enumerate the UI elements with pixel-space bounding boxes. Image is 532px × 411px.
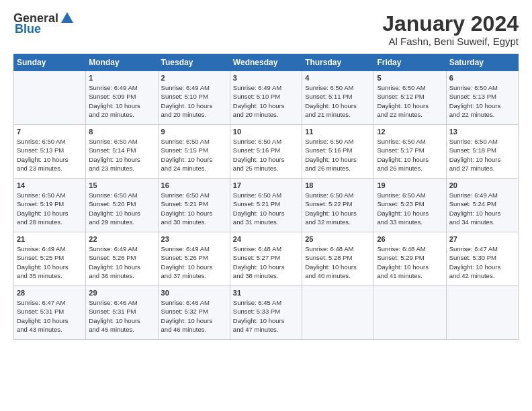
- calendar-week-row: 7 Sunrise: 6:50 AMSunset: 5:13 PMDayligh…: [14, 125, 519, 179]
- day-number: 8: [89, 128, 154, 136]
- table-row: 15 Sunrise: 6:50 AMSunset: 5:20 PMDaylig…: [86, 179, 158, 232]
- table-row: 8 Sunrise: 6:50 AMSunset: 5:14 PMDayligh…: [86, 125, 158, 179]
- calendar-header-row: Sunday Monday Tuesday Wednesday Thursday…: [14, 54, 519, 71]
- day-info: Sunrise: 6:49 AMSunset: 5:26 PMDaylight:…: [161, 244, 227, 280]
- table-row: 13 Sunrise: 6:50 AMSunset: 5:18 PMDaylig…: [446, 125, 518, 179]
- day-number: 17: [233, 181, 299, 189]
- day-info: Sunrise: 6:45 AMSunset: 5:33 PMDaylight:…: [233, 298, 299, 334]
- table-row: 19 Sunrise: 6:50 AMSunset: 5:23 PMDaylig…: [374, 179, 446, 232]
- day-number: 11: [305, 128, 371, 136]
- col-friday: Friday: [374, 54, 446, 71]
- calendar-table: Sunday Monday Tuesday Wednesday Thursday…: [13, 54, 519, 340]
- day-number: 18: [305, 181, 371, 189]
- calendar-week-row: 21 Sunrise: 6:49 AMSunset: 5:25 PMDaylig…: [14, 232, 519, 286]
- day-info: Sunrise: 6:50 AMSunset: 5:23 PMDaylight:…: [377, 191, 443, 226]
- day-number: 25: [305, 235, 371, 243]
- calendar-week-row: 1 Sunrise: 6:49 AMSunset: 5:09 PMDayligh…: [14, 71, 519, 125]
- day-info: Sunrise: 6:50 AMSunset: 5:16 PMDaylight:…: [305, 137, 371, 173]
- logo-blue-text: Blue: [15, 23, 41, 36]
- day-info: Sunrise: 6:50 AMSunset: 5:12 PMDaylight:…: [377, 83, 443, 119]
- table-row: 18 Sunrise: 6:50 AMSunset: 5:22 PMDaylig…: [302, 179, 374, 232]
- col-monday: Monday: [86, 54, 158, 71]
- day-number: 4: [305, 74, 371, 82]
- day-info: Sunrise: 6:50 AMSunset: 5:14 PMDaylight:…: [89, 137, 154, 173]
- table-row: 6 Sunrise: 6:50 AMSunset: 5:13 PMDayligh…: [446, 71, 518, 125]
- day-info: Sunrise: 6:49 AMSunset: 5:10 PMDaylight:…: [233, 83, 299, 119]
- day-number: 21: [17, 235, 83, 243]
- svg-marker-0: [61, 12, 73, 23]
- table-row: [14, 71, 86, 125]
- day-number: 30: [161, 289, 227, 297]
- day-number: 27: [449, 235, 515, 243]
- table-row: 30 Sunrise: 6:46 AMSunset: 5:32 PMDaylig…: [158, 286, 230, 340]
- day-info: Sunrise: 6:50 AMSunset: 5:17 PMDaylight:…: [377, 137, 443, 173]
- header: General Blue January 2024 Al Fashn, Beni…: [13, 12, 519, 47]
- day-number: 29: [89, 289, 154, 297]
- day-info: Sunrise: 6:50 AMSunset: 5:21 PMDaylight:…: [233, 191, 299, 226]
- table-row: 14 Sunrise: 6:50 AMSunset: 5:19 PMDaylig…: [14, 179, 86, 232]
- day-info: Sunrise: 6:50 AMSunset: 5:18 PMDaylight:…: [449, 137, 515, 173]
- day-number: 1: [89, 74, 154, 82]
- table-row: 29 Sunrise: 6:46 AMSunset: 5:31 PMDaylig…: [86, 286, 158, 340]
- table-row: 4 Sunrise: 6:50 AMSunset: 5:11 PMDayligh…: [302, 71, 374, 125]
- day-info: Sunrise: 6:47 AMSunset: 5:31 PMDaylight:…: [17, 298, 83, 334]
- col-sunday: Sunday: [14, 54, 86, 71]
- day-info: Sunrise: 6:48 AMSunset: 5:29 PMDaylight:…: [377, 244, 443, 280]
- table-row: 7 Sunrise: 6:50 AMSunset: 5:13 PMDayligh…: [14, 125, 86, 179]
- page-container: General Blue January 2024 Al Fashn, Beni…: [0, 0, 532, 348]
- day-number: 13: [449, 128, 515, 136]
- location-title: Al Fashn, Beni Suweif, Egypt: [382, 36, 519, 47]
- table-row: 17 Sunrise: 6:50 AMSunset: 5:21 PMDaylig…: [230, 179, 302, 232]
- calendar-week-row: 14 Sunrise: 6:50 AMSunset: 5:19 PMDaylig…: [14, 179, 519, 232]
- day-info: Sunrise: 6:50 AMSunset: 5:19 PMDaylight:…: [17, 191, 83, 226]
- day-info: Sunrise: 6:50 AMSunset: 5:13 PMDaylight:…: [17, 137, 83, 173]
- day-info: Sunrise: 6:50 AMSunset: 5:22 PMDaylight:…: [305, 191, 371, 226]
- day-number: 28: [17, 289, 83, 297]
- table-row: 25 Sunrise: 6:48 AMSunset: 5:28 PMDaylig…: [302, 232, 374, 286]
- col-tuesday: Tuesday: [158, 54, 230, 71]
- day-number: 26: [377, 235, 443, 243]
- day-info: Sunrise: 6:49 AMSunset: 5:26 PMDaylight:…: [89, 244, 154, 280]
- table-row: 20 Sunrise: 6:49 AMSunset: 5:24 PMDaylig…: [446, 179, 518, 232]
- col-saturday: Saturday: [446, 54, 518, 71]
- day-number: 12: [377, 128, 443, 136]
- table-row: [446, 286, 518, 340]
- day-number: 24: [233, 235, 299, 243]
- day-number: 6: [449, 74, 515, 82]
- day-number: 22: [89, 235, 154, 243]
- table-row: 5 Sunrise: 6:50 AMSunset: 5:12 PMDayligh…: [374, 71, 446, 125]
- day-number: 31: [233, 289, 299, 297]
- day-info: Sunrise: 6:47 AMSunset: 5:30 PMDaylight:…: [449, 244, 515, 280]
- table-row: 1 Sunrise: 6:49 AMSunset: 5:09 PMDayligh…: [86, 71, 158, 125]
- day-number: 2: [161, 74, 227, 82]
- day-info: Sunrise: 6:46 AMSunset: 5:31 PMDaylight:…: [89, 298, 154, 334]
- day-info: Sunrise: 6:48 AMSunset: 5:28 PMDaylight:…: [305, 244, 371, 280]
- day-info: Sunrise: 6:50 AMSunset: 5:13 PMDaylight:…: [449, 83, 515, 119]
- table-row: 16 Sunrise: 6:50 AMSunset: 5:21 PMDaylig…: [158, 179, 230, 232]
- day-info: Sunrise: 6:50 AMSunset: 5:11 PMDaylight:…: [305, 83, 371, 119]
- day-info: Sunrise: 6:49 AMSunset: 5:24 PMDaylight:…: [449, 191, 515, 226]
- table-row: 2 Sunrise: 6:49 AMSunset: 5:10 PMDayligh…: [158, 71, 230, 125]
- day-number: 23: [161, 235, 227, 243]
- table-row: 26 Sunrise: 6:48 AMSunset: 5:29 PMDaylig…: [374, 232, 446, 286]
- table-row: [374, 286, 446, 340]
- day-number: 7: [17, 128, 83, 136]
- day-info: Sunrise: 6:49 AMSunset: 5:09 PMDaylight:…: [89, 83, 154, 119]
- table-row: 21 Sunrise: 6:49 AMSunset: 5:25 PMDaylig…: [14, 232, 86, 286]
- day-info: Sunrise: 6:50 AMSunset: 5:15 PMDaylight:…: [161, 137, 227, 173]
- table-row: 22 Sunrise: 6:49 AMSunset: 5:26 PMDaylig…: [86, 232, 158, 286]
- title-block: January 2024 Al Fashn, Beni Suweif, Egyp…: [382, 12, 519, 47]
- day-info: Sunrise: 6:50 AMSunset: 5:21 PMDaylight:…: [161, 191, 227, 226]
- table-row: 11 Sunrise: 6:50 AMSunset: 5:16 PMDaylig…: [302, 125, 374, 179]
- day-number: 16: [161, 181, 227, 189]
- calendar-week-row: 28 Sunrise: 6:47 AMSunset: 5:31 PMDaylig…: [14, 286, 519, 340]
- day-number: 3: [233, 74, 299, 82]
- logo-icon: [60, 11, 75, 26]
- day-number: 9: [161, 128, 227, 136]
- table-row: 10 Sunrise: 6:50 AMSunset: 5:16 PMDaylig…: [230, 125, 302, 179]
- day-info: Sunrise: 6:48 AMSunset: 5:27 PMDaylight:…: [233, 244, 299, 280]
- table-row: 23 Sunrise: 6:49 AMSunset: 5:26 PMDaylig…: [158, 232, 230, 286]
- table-row: 28 Sunrise: 6:47 AMSunset: 5:31 PMDaylig…: [14, 286, 86, 340]
- col-thursday: Thursday: [302, 54, 374, 71]
- day-number: 15: [89, 181, 154, 189]
